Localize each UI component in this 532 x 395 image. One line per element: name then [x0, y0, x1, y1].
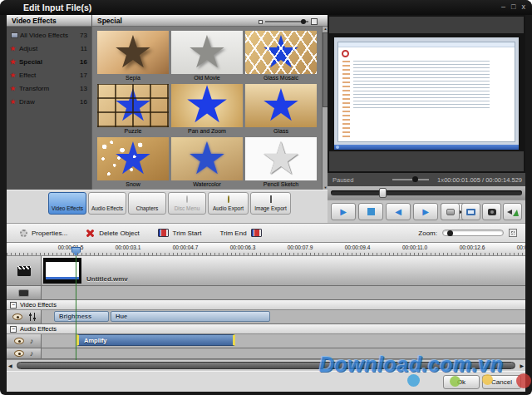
note-icon: ♪: [30, 349, 34, 358]
zoom-out-icon[interactable]: [259, 20, 263, 24]
effect-thumb-snow[interactable]: ★ Snow: [97, 137, 169, 189]
effect-thumb-pencil-sketch[interactable]: ★ Pencil Sketch: [245, 137, 317, 189]
video-track: Untitled.wmv: [7, 256, 525, 286]
trim-start-button[interactable]: Trim Start: [173, 230, 202, 237]
preview-frame-desktop: [334, 37, 519, 150]
star-icon: ★: [10, 85, 19, 92]
category-all-video-effects[interactable]: All Video Effects 73: [7, 28, 91, 42]
slider-thumb[interactable]: [412, 176, 418, 182]
effect-thumb-puzzle[interactable]: ★ Puzzle: [97, 84, 169, 136]
eye-icon[interactable]: [14, 338, 24, 344]
cancel-button[interactable]: Cancel: [482, 375, 521, 389]
effect-clip-hue[interactable]: Hue: [111, 311, 270, 322]
video-effects-track-header: [7, 310, 42, 324]
note-icon: ♪: [30, 337, 34, 345]
overlay-icon: [18, 289, 29, 297]
scroll-left-icon[interactable]: ◀: [8, 363, 12, 369]
volume-button[interactable]: [503, 203, 522, 220]
close-icon[interactable]: x: [522, 2, 526, 12]
capture-icon: [446, 209, 455, 215]
edit-input-files-dialog: Edit Input File(s) – □ x Video Effects A…: [0, 0, 532, 395]
effect-clip-amplify[interactable]: Amplify: [76, 334, 235, 346]
delete-object-button[interactable]: Delete Object: [99, 230, 139, 237]
audio-effects-track-header: ♪: [7, 334, 42, 348]
video-track-header[interactable]: [7, 256, 42, 286]
effect-thumb-watercolor[interactable]: ★ Watercolor: [171, 137, 243, 189]
ruler-tick: 00:00:06.3: [230, 244, 256, 250]
tab-audio-export[interactable]: Audio Export: [208, 192, 249, 215]
category-effect[interactable]: ★ Effect 17: [7, 68, 91, 81]
eye-icon[interactable]: [12, 314, 22, 320]
category-draw[interactable]: ★ Draw 16: [7, 95, 91, 108]
taskbar: [334, 145, 519, 150]
stop-button[interactable]: [358, 203, 383, 220]
play-icon: ▶: [340, 207, 347, 216]
properties-button[interactable]: Properties...: [32, 230, 67, 237]
preview-panel: Paused 1x 00:00:01.005 / 00:00:14.529 ▶ …: [328, 15, 525, 223]
previous-frame-button[interactable]: ◀: [386, 203, 411, 220]
minimize-icon[interactable]: –: [501, 2, 505, 12]
slider-thumb[interactable]: [447, 230, 453, 236]
effects-panel-header: Video Effects: [7, 15, 91, 27]
category-transform[interactable]: ★ Transform 13: [7, 81, 91, 95]
tab-video-effects[interactable]: Video Effects: [48, 192, 86, 215]
next-frame-button[interactable]: ▶: [413, 203, 438, 220]
ruler-tick: 00:00:03.1: [116, 244, 141, 250]
star-preview-icon: ★: [171, 84, 243, 126]
overlay-track-lane[interactable]: [42, 286, 525, 300]
tab-image-export[interactable]: Image Export: [250, 192, 291, 215]
gallery-scrollbar[interactable]: ▲ ▼: [322, 27, 328, 190]
speed-slider[interactable]: [392, 179, 429, 180]
time-display: 00:00:01.005 / 00:00:14.529: [444, 176, 522, 184]
collapse-icon[interactable]: −: [10, 326, 17, 333]
audio-effects-lane[interactable]: Amplify: [42, 334, 525, 348]
play-button[interactable]: ▶: [331, 203, 356, 220]
effects-category-list: All Video Effects 73 ★ Adjust 11 ★ Speci…: [7, 28, 91, 190]
video-preview: [328, 15, 525, 173]
overlay-track-header[interactable]: [7, 286, 42, 300]
ok-button[interactable]: Ok: [443, 375, 480, 389]
effect-thumb-sepia[interactable]: ★ Sepia: [97, 31, 169, 82]
collapse-icon[interactable]: −: [10, 302, 17, 309]
tab-chapters[interactable]: Chapters: [128, 192, 166, 215]
hscrollbar-thumb[interactable]: [17, 362, 515, 369]
fit-to-window-icon[interactable]: [509, 229, 517, 237]
video-track-lane[interactable]: Untitled.wmv: [42, 256, 525, 286]
star-preview-icon: ★: [245, 31, 317, 72]
mode-tab-strip: Video Effects Audio Effects Chapters Dis…: [7, 190, 328, 223]
timeline-ruler[interactable]: 00:00:01.5 00:00:03.1 00:00:04.7 00:00:0…: [7, 243, 525, 256]
effects-gallery: ★ Sepia ★ Old Movie ★ Glass Mosaic ★ Puz…: [92, 27, 322, 190]
seek-thumb[interactable]: [379, 188, 387, 198]
eye-icon[interactable]: [14, 350, 24, 357]
effect-thumb-glass-mosaic[interactable]: ★ Glass Mosaic: [245, 31, 317, 82]
playhead-marker[interactable]: [71, 247, 81, 256]
trim-end-button[interactable]: Trim End: [219, 230, 246, 237]
filmstrip-icon: [11, 32, 18, 38]
category-count: 17: [80, 72, 87, 79]
tab-audio-effects[interactable]: Audio Effects: [88, 192, 126, 215]
display-mode-button[interactable]: [461, 203, 480, 220]
scroll-right-icon[interactable]: ▶: [520, 363, 524, 369]
snapshot-button[interactable]: [482, 203, 501, 220]
effect-clip-brightness[interactable]: Brightness: [54, 311, 109, 322]
gallery-zoom-slider[interactable]: [259, 18, 318, 25]
previous-icon: ◀: [395, 207, 401, 216]
timeline-zoom-slider[interactable]: [442, 230, 504, 236]
category-adjust[interactable]: ★ Adjust 11: [7, 42, 91, 55]
category-special[interactable]: ★ Special 16: [7, 55, 91, 68]
effect-thumb-old-movie[interactable]: ★ Old Movie: [171, 31, 243, 82]
video-effects-lane[interactable]: Brightness Hue: [42, 310, 525, 324]
ruler-tick: 00:00:12.6: [460, 244, 485, 250]
maximize-icon[interactable]: □: [511, 2, 515, 12]
seek-bar[interactable]: [328, 186, 525, 200]
audio-effects-section: − Audio Effects: [7, 324, 525, 334]
effect-thumb-glass[interactable]: ★ Glass: [245, 84, 317, 136]
effect-thumb-pan-and-zoom[interactable]: ★ Pan and Zoom: [171, 84, 243, 136]
zoom-in-icon[interactable]: [311, 18, 318, 25]
disc-menu-icon: [186, 195, 188, 203]
timeline-hscrollbar[interactable]: ◀ ▶: [7, 360, 525, 371]
audio-effects-lane-2[interactable]: [42, 348, 525, 359]
capture-button[interactable]: [441, 203, 460, 220]
ruler-tick: 00:00:11.0: [402, 244, 427, 250]
slider-thumb[interactable]: [301, 19, 306, 24]
